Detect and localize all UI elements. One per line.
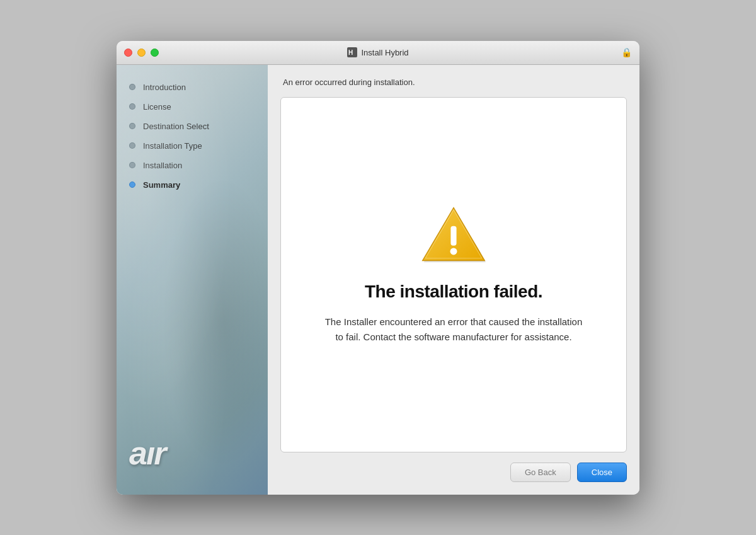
sidebar-item-introduction: Introduction xyxy=(117,78,268,97)
sidebar-item-license: License xyxy=(117,97,268,117)
close-button[interactable]: Close xyxy=(577,463,627,482)
button-row: Go Back Close xyxy=(280,452,627,482)
sidebar-item-destination-select: Destination Select xyxy=(117,117,268,136)
sidebar-label-license: License xyxy=(143,102,171,112)
error-box: The installation failed. The Installer e… xyxy=(280,97,627,452)
minimize-window-button[interactable] xyxy=(137,49,146,57)
sidebar-label-introduction: Introduction xyxy=(143,83,186,92)
sidebar-label-summary: Summary xyxy=(143,180,180,190)
main-panel: An error occurred during installation. xyxy=(268,65,639,495)
sidebar-label-destination-select: Destination Select xyxy=(143,122,209,131)
sidebar-label-installation-type: Installation Type xyxy=(143,141,202,151)
nav-dot-installation xyxy=(129,162,135,168)
logo-text: aır xyxy=(129,437,166,469)
lock-icon: 🔒 xyxy=(621,47,632,57)
sidebar-label-installation: Installation xyxy=(143,161,182,170)
window-title: H Install Hybrid xyxy=(347,47,408,57)
titlebar: H Install Hybrid 🔒 xyxy=(117,41,639,65)
svg-text:H: H xyxy=(348,49,353,56)
nav-dot-license xyxy=(129,103,135,110)
svg-rect-5 xyxy=(450,226,456,246)
sidebar-logo: aır xyxy=(117,424,268,482)
maximize-window-button[interactable] xyxy=(151,49,159,57)
warning-icon xyxy=(419,204,488,264)
sidebar: Introduction License Destination Select … xyxy=(117,65,268,495)
window-controls xyxy=(124,49,159,57)
installer-window: H Install Hybrid 🔒 Introduction License … xyxy=(117,41,639,495)
error-description: The Installer encountered an error that … xyxy=(321,314,586,345)
go-back-button[interactable]: Go Back xyxy=(510,463,571,482)
sidebar-nav: Introduction License Destination Select … xyxy=(117,78,268,424)
sidebar-item-summary: Summary xyxy=(117,175,268,195)
window-content: Introduction License Destination Select … xyxy=(117,65,639,495)
nav-dot-destination-select xyxy=(129,123,135,129)
error-subtitle: An error occurred during installation. xyxy=(280,78,627,87)
app-icon: H xyxy=(347,47,357,57)
svg-point-6 xyxy=(450,248,457,255)
nav-dot-introduction xyxy=(129,84,135,90)
error-title: The installation failed. xyxy=(365,282,542,302)
close-window-button[interactable] xyxy=(124,49,132,57)
sidebar-item-installation-type: Installation Type xyxy=(117,136,268,156)
nav-dot-summary xyxy=(129,181,135,188)
sidebar-item-installation: Installation xyxy=(117,156,268,175)
window-title-text: Install Hybrid xyxy=(361,48,408,57)
nav-dot-installation-type xyxy=(129,142,135,149)
